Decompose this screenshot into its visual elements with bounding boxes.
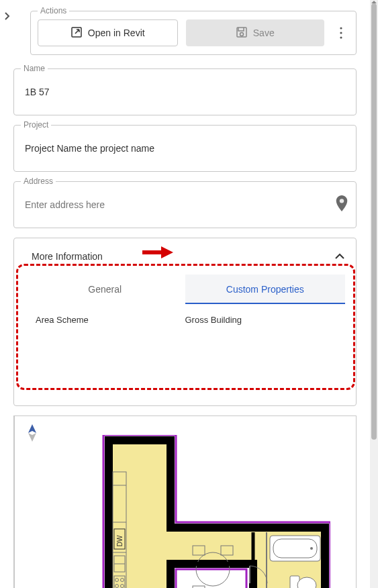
save-button: Save [186, 19, 325, 46]
chevron-up-icon [334, 250, 345, 262]
svg-point-6 [340, 199, 344, 203]
more-actions-button[interactable] [332, 19, 349, 46]
vertical-scrollbar[interactable] [370, 0, 378, 588]
expand-panel-button[interactable] [4, 11, 11, 23]
custom-properties-content: Area Scheme Gross Building [14, 304, 356, 405]
svg-rect-7 [113, 472, 126, 588]
floorplan-image: DW [89, 435, 330, 588]
open-in-revit-label: Open in Revit [88, 28, 145, 38]
info-tabs: General Custom Properties [14, 275, 356, 304]
tab-general[interactable]: General [25, 275, 185, 304]
more-information-header[interactable]: More Information [14, 238, 356, 275]
save-label: Save [253, 28, 275, 38]
svg-point-2 [240, 32, 243, 36]
actions-legend: Actions [38, 6, 69, 15]
svg-point-5 [340, 36, 342, 38]
tab-custom-properties[interactable]: Custom Properties [185, 275, 346, 304]
location-pin-icon[interactable] [334, 194, 349, 215]
scrollbar-thumb[interactable] [371, 3, 377, 440]
project-legend: Project [21, 120, 51, 130]
north-arrow-icon [26, 423, 39, 446]
svg-point-28 [310, 547, 313, 550]
project-field: Project [13, 125, 357, 172]
more-information-panel: More Information General Custom Properti… [13, 238, 357, 406]
svg-point-3 [340, 27, 342, 29]
name-input[interactable] [21, 77, 349, 107]
open-in-revit-button[interactable]: Open in Revit [38, 19, 178, 46]
actions-section: Actions Open in Revit Save [30, 11, 357, 55]
name-field: Name [13, 68, 357, 115]
name-legend: Name [21, 64, 48, 73]
svg-text:DW: DW [116, 535, 124, 546]
save-icon [236, 26, 248, 40]
tab-custom-properties-label: Custom Properties [226, 284, 304, 295]
address-field: Address [13, 181, 357, 228]
more-vertical-icon [340, 27, 342, 39]
floorplan-viewer[interactable]: DW [13, 415, 357, 588]
property-label: Area Scheme [36, 315, 185, 325]
project-input[interactable] [21, 134, 349, 163]
svg-point-4 [340, 32, 342, 34]
property-value: Gross Building [185, 315, 335, 325]
more-information-title: More Information [32, 251, 103, 262]
open-external-icon [70, 26, 83, 40]
address-input[interactable] [21, 190, 334, 219]
tab-general-label: General [88, 284, 122, 295]
address-legend: Address [21, 177, 56, 186]
